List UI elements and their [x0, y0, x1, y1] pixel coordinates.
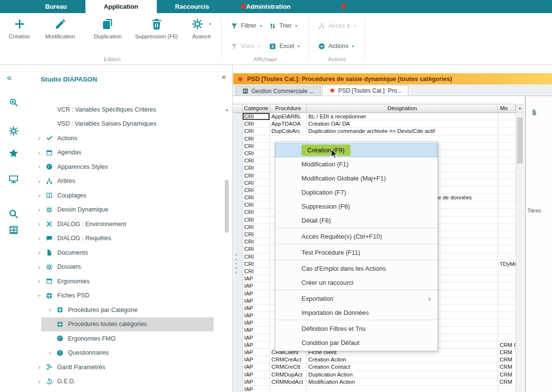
- row-selector[interactable]: [233, 245, 243, 253]
- context-menu-item[interactable]: Définition Filtres et Tris ›: [275, 322, 437, 336]
- cell-categorie[interactable]: CRI: [243, 150, 270, 157]
- row-selector[interactable]: [233, 305, 243, 312]
- acces-a-button[interactable]: Accès à▼: [318, 19, 356, 32]
- cell-designation[interactable]: Création Contact: [307, 363, 498, 371]
- row-selector[interactable]: [233, 143, 243, 150]
- context-menu-item[interactable]: Création (F9) ›: [275, 143, 437, 157]
- cell-mo[interactable]: [498, 164, 516, 172]
- trier-button[interactable]: Trier▼: [269, 19, 300, 32]
- table-row[interactable]: IAP CRMModAct Modification Action CRM: [233, 378, 516, 386]
- row-selector[interactable]: [233, 128, 243, 135]
- context-menu-item[interactable]: Cas d'Emploi dans les Actions ›: [275, 261, 437, 276]
- ribbon-tab[interactable]: Application: [85, 0, 157, 13]
- sidebar-item[interactable]: › Agendas: [28, 146, 224, 160]
- cell-categorie[interactable]: CRI: [243, 187, 270, 194]
- cell-mo[interactable]: [498, 312, 516, 319]
- cell-categorie[interactable]: IAP: [243, 342, 270, 349]
- cell-mo[interactable]: [498, 268, 516, 275]
- cell-mo[interactable]: [498, 143, 516, 150]
- cell-categorie[interactable]: IAP: [243, 363, 270, 371]
- row-selector[interactable]: [233, 297, 243, 305]
- close-sidebar-button[interactable]: ×: [221, 73, 226, 82]
- cell-designation[interactable]: Duplication Action: [307, 371, 498, 378]
- cell-mo[interactable]: [498, 386, 516, 392]
- row-selector[interactable]: [233, 363, 243, 371]
- sidebar-item[interactable]: › DIALOG : Environnement: [28, 217, 224, 231]
- cell-categorie[interactable]: CRI: [243, 164, 270, 172]
- sidebar-item[interactable]: › Documents: [28, 245, 224, 260]
- cell-procedure[interactable]: CRMCreAct: [270, 356, 307, 363]
- cell-mo[interactable]: [498, 113, 516, 120]
- ribbon-tab[interactable]: Raccourcis: [157, 0, 228, 13]
- cell-mo[interactable]: CRM: [498, 356, 516, 363]
- cell-mo[interactable]: [498, 275, 516, 282]
- cell-categorie[interactable]: IAP: [243, 297, 270, 305]
- cell-categorie[interactable]: IAP: [243, 290, 270, 297]
- duplication-button[interactable]: Duplication: [86, 16, 129, 40]
- cell-categorie[interactable]: CRI: [243, 128, 270, 135]
- sidebar-item[interactable]: › Ergonomies FMO: [28, 331, 224, 346]
- sidebar-scrollbar[interactable]: ▲: [224, 108, 230, 390]
- context-menu-item[interactable]: Modification (F1) ›: [275, 157, 437, 171]
- sidebar-item[interactable]: › Gantt Paramétrés: [28, 360, 224, 375]
- sidebar-item[interactable]: › Arbres: [28, 174, 224, 189]
- cell-procedure[interactable]: AppEIARBL: [270, 113, 307, 120]
- cell-mo[interactable]: [498, 305, 516, 312]
- sidebar-item[interactable]: › Fiches PSD: [28, 289, 224, 303]
- cell-categorie[interactable]: CRI: [243, 209, 270, 216]
- cell-procedure[interactable]: CRMModAct: [270, 378, 307, 386]
- avance-button[interactable]: ▼ Avancé: [184, 16, 219, 40]
- row-selector[interactable]: [233, 164, 243, 172]
- row-selector[interactable]: [233, 342, 243, 349]
- actions-button[interactable]: Actions▼: [318, 40, 356, 52]
- row-selector[interactable]: [233, 194, 243, 201]
- cell-categorie[interactable]: IAP: [243, 275, 270, 282]
- filtrer-button[interactable]: Filtrer▼: [231, 19, 262, 32]
- ribbon-tab[interactable]: Administration: [228, 0, 309, 13]
- cell-mo[interactable]: [498, 157, 516, 164]
- sidebar-item[interactable]: › Actions: [28, 131, 224, 146]
- document-tab[interactable]: Gestion Commerciale ...: [235, 86, 321, 96]
- context-menu-item[interactable]: Suppression (F6) ›: [275, 199, 437, 213]
- cell-mo[interactable]: [498, 135, 516, 143]
- row-selector[interactable]: [233, 209, 243, 216]
- table-row[interactable]: CRI AppEIARBL BL / EDI à receptionner: [233, 113, 516, 120]
- row-selector[interactable]: [233, 371, 243, 378]
- cell-designation[interactable]: Création OA/ DA: [307, 120, 498, 128]
- cell-categorie[interactable]: IAP: [243, 371, 270, 378]
- cell-designation[interactable]: [307, 386, 498, 392]
- excel-button[interactable]: Excel▼: [269, 40, 300, 52]
- rail-desktop-button[interactable]: [6, 172, 21, 186]
- cell-categorie[interactable]: IAP: [243, 319, 270, 327]
- context-menu-item[interactable]: Créer un raccourci ›: [275, 276, 437, 290]
- row-selector[interactable]: [233, 290, 243, 297]
- row-selector[interactable]: [233, 282, 243, 290]
- scrollbar-thumb[interactable]: [225, 180, 229, 233]
- sidebar-item[interactable]: › Dossiers: [28, 260, 224, 275]
- cell-mo[interactable]: [498, 150, 516, 157]
- cell-mo[interactable]: [498, 319, 516, 327]
- cell-categorie[interactable]: CRI: [243, 201, 270, 209]
- row-selector[interactable]: [233, 180, 243, 187]
- cell-mo[interactable]: [498, 253, 516, 261]
- sidebar-item[interactable]: › Apparences Styles: [28, 160, 224, 174]
- cell-mo[interactable]: [498, 201, 516, 209]
- cell-mo[interactable]: [498, 290, 516, 297]
- cell-categorie[interactable]: CRI: [243, 245, 270, 253]
- cell-mo[interactable]: TDyMu: [498, 261, 516, 268]
- pane-splitter[interactable]: [235, 251, 237, 276]
- cell-designation[interactable]: Duplication commande archivée => Devis/C…: [307, 128, 498, 135]
- cell-procedure[interactable]: CRMDupAct: [270, 371, 307, 378]
- cell-mo[interactable]: [498, 327, 516, 334]
- sidebar-item[interactable]: › Questionnaires: [28, 346, 224, 360]
- scroll-up-icon[interactable]: ▲: [516, 104, 524, 113]
- cell-procedure[interactable]: DupCdeArc: [270, 128, 307, 135]
- row-selector[interactable]: [233, 216, 243, 224]
- row-selector[interactable]: [233, 327, 243, 334]
- table-row[interactable]: IAP CRMCreCtt Création Contact CRM: [233, 363, 516, 371]
- cell-categorie[interactable]: CRI: [243, 238, 270, 245]
- sidebar-item[interactable]: › G.E.D.: [28, 375, 224, 389]
- cell-procedure[interactable]: [270, 386, 307, 392]
- row-selector[interactable]: [233, 386, 243, 392]
- context-menu-item[interactable]: Détail (F8) ›: [275, 213, 437, 228]
